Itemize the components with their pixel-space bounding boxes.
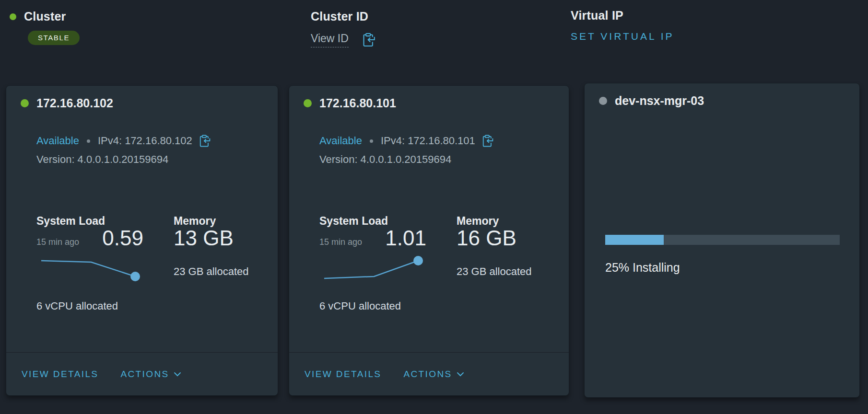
ipv4-address: IPv4: 172.16.80.102 — [98, 135, 192, 147]
appliance-title: dev-nsx-mgr-03 — [615, 94, 704, 108]
status-badge: Available — [36, 135, 79, 147]
view-details-label: VIEW DETAILS — [22, 369, 98, 380]
view-id-link[interactable]: View ID — [311, 32, 349, 47]
appliance-health-dot-icon — [21, 99, 29, 107]
appliance-version: Version: 4.0.0.1.0.20159694 — [36, 153, 168, 166]
view-details-button[interactable]: VIEW DETAILS — [305, 369, 381, 380]
sparkline-endpoint-dot — [130, 272, 140, 281]
copy-ip-icon[interactable] — [481, 134, 494, 148]
appliance-title: 172.16.80.101 — [319, 96, 396, 110]
appliance-card-dev-nsx-mgr-03: dev-nsx-mgr-03 25% Installing — [584, 83, 860, 398]
view-details-label: VIEW DETAILS — [305, 369, 381, 380]
appliance-title: 172.16.80.102 — [36, 96, 113, 110]
sparkline-path — [324, 261, 418, 278]
appliance-health-dot-icon — [304, 99, 312, 107]
cluster-label: Cluster — [24, 10, 66, 23]
view-details-button[interactable]: VIEW DETAILS — [22, 369, 98, 380]
system-load-sparkline — [37, 254, 143, 283]
separator-dot-icon — [87, 139, 90, 143]
chevron-down-icon — [457, 371, 464, 377]
actions-dropdown-button[interactable]: ACTIONS — [120, 369, 181, 380]
sparkline-path — [41, 261, 135, 276]
memory-label: Memory — [457, 215, 499, 228]
cluster-stability-badge: STABLE — [28, 31, 80, 45]
install-progress-bar — [605, 235, 840, 245]
status-badge: Available — [319, 135, 362, 147]
actions-dropdown-button[interactable]: ACTIONS — [403, 369, 464, 380]
cpu-allocated: 6 vCPU allocated — [36, 300, 118, 312]
cluster-id-block: Cluster ID View ID — [311, 10, 376, 48]
appliance-card-172-16-80-102: 172.16.80.102 Available IPv4: 172.16.80.… — [6, 85, 278, 396]
memory-allocated: 23 GB allocated — [174, 265, 249, 278]
card-footer: VIEW DETAILS ACTIONS — [6, 352, 278, 395]
card-footer: VIEW DETAILS ACTIONS — [289, 352, 569, 395]
system-load-value: 0.59 — [64, 226, 143, 250]
cluster-health-dot-icon — [10, 13, 16, 20]
appliance-health-dot-icon — [599, 97, 607, 105]
set-virtual-ip-button[interactable]: SET VIRTUAL IP — [571, 31, 674, 42]
actions-label: ACTIONS — [403, 369, 452, 380]
copy-ip-icon[interactable] — [198, 134, 211, 148]
memory-value: 13 GB — [174, 226, 234, 250]
ipv4-address: IPv4: 172.16.80.101 — [381, 135, 475, 147]
memory-label: Memory — [174, 215, 216, 228]
system-load-label: System Load — [319, 215, 388, 228]
memory-value: 16 GB — [457, 226, 516, 250]
virtual-ip-label: Virtual IP — [571, 9, 674, 23]
sparkline-endpoint-dot — [413, 256, 423, 265]
appliance-version: Version: 4.0.0.1.0.20159694 — [319, 153, 451, 166]
system-load-sparkline — [320, 254, 426, 283]
cluster-status-block: Cluster STABLE — [10, 10, 80, 45]
install-progress-fill — [605, 235, 664, 245]
actions-label: ACTIONS — [120, 369, 169, 380]
cluster-id-label: Cluster ID — [311, 10, 376, 23]
copy-cluster-id-icon[interactable] — [361, 32, 376, 48]
nsx-appliances-page: Cluster STABLE Cluster ID View ID Virtua… — [0, 0, 868, 414]
virtual-ip-block: Virtual IP SET VIRTUAL IP — [571, 9, 674, 42]
system-load-label: System Load — [36, 215, 105, 228]
memory-allocated: 23 GB allocated — [457, 265, 532, 278]
system-load-value: 1.01 — [347, 226, 426, 250]
chevron-down-icon — [174, 371, 181, 377]
cpu-allocated: 6 vCPU allocated — [319, 300, 401, 312]
appliance-card-172-16-80-101: 172.16.80.101 Available IPv4: 172.16.80.… — [289, 85, 569, 396]
separator-dot-icon — [370, 139, 373, 143]
install-progress-label: 25% Installing — [605, 261, 680, 275]
